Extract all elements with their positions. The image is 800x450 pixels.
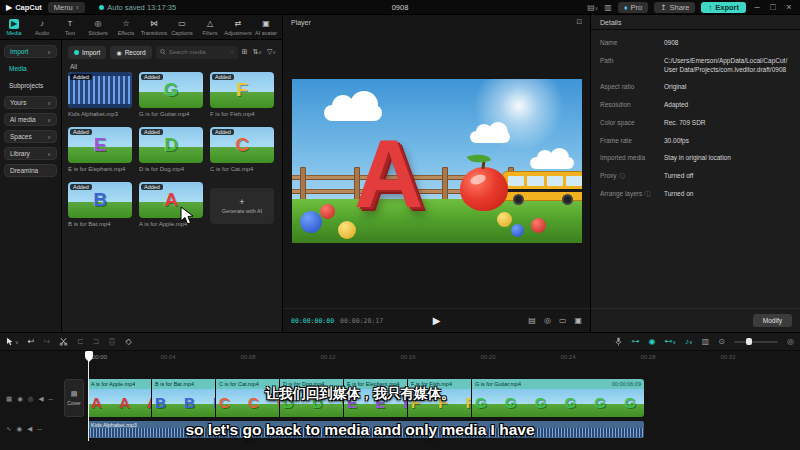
tab[interactable]: T Text	[56, 15, 84, 39]
media-thumbnail[interactable]: B Added	[68, 182, 132, 218]
timer-icon[interactable]: ⊙	[718, 337, 725, 346]
generate-with-ai-card[interactable]: + Generate with AI	[210, 188, 274, 224]
play-button[interactable]: ▶	[433, 315, 441, 326]
select-tool-button[interactable]: ∨	[6, 337, 19, 346]
timeline-zoom-slider[interactable]	[734, 341, 778, 343]
tab[interactable]: ▣ AI avatar	[252, 15, 280, 39]
modify-button[interactable]: Modify	[753, 314, 792, 327]
fullscreen-icon[interactable]: ▣	[574, 316, 582, 325]
ruler-label: 00:28	[640, 354, 655, 360]
delete-button[interactable]	[108, 337, 116, 346]
mic-icon	[615, 337, 622, 346]
tab[interactable]: ▶ Media	[0, 15, 28, 39]
split-button[interactable]	[59, 337, 68, 346]
timeline-ruler[interactable]: 00:0400:0800:1200:1600:2000:2400:2800:32	[0, 351, 800, 364]
ruler-zero-label: 00:00	[92, 354, 107, 360]
sidebar-item-label: Import	[10, 48, 28, 55]
focus-icon[interactable]: ◎	[544, 316, 551, 325]
details-label: Imported media	[600, 154, 664, 163]
grid-view-icon[interactable]: ⊞	[242, 48, 248, 56]
sidebar-item[interactable]: AI media ∨	[4, 113, 57, 126]
record-button[interactable]: ◉ Record	[110, 46, 151, 59]
player-options-icon[interactable]: ⊡	[576, 18, 582, 26]
scissors-icon	[59, 337, 68, 346]
ruler-label: 00:32	[720, 354, 735, 360]
sidebar-item-label: Library	[10, 150, 30, 157]
apple	[460, 167, 508, 211]
menu-button[interactable]: Menu ∨	[48, 2, 85, 13]
share-label: Share	[669, 3, 689, 12]
autosnap-toggle[interactable]: ◉	[648, 337, 655, 346]
search-by-image-icon[interactable]: ◌	[230, 49, 234, 55]
media-item[interactable]: Added Kids Alphabet.mp3	[68, 72, 132, 117]
tab[interactable]: ☆ Effects	[112, 15, 140, 39]
sidebar-item[interactable]: Spaces ∨	[4, 130, 57, 143]
sidebar-item[interactable]: Subprojects	[4, 79, 57, 92]
media-toolbar: Import ◉ Record Search media ◌ ⊞ ⇅∨ ▽∨	[62, 45, 282, 59]
redo-button[interactable]: ↪	[43, 337, 50, 346]
filter-all-label[interactable]: All	[70, 63, 77, 70]
sidebar-item[interactable]: Library ∨	[4, 147, 57, 160]
sidebar-item[interactable]: Dreamina	[4, 164, 57, 177]
maximize-button[interactable]: □	[768, 2, 778, 12]
zoom-slider-handle[interactable]	[746, 338, 752, 345]
search-input[interactable]: Search media ◌	[156, 46, 238, 59]
filter-icon[interactable]: ▽∨	[267, 48, 276, 56]
media-thumbnail[interactable]: D Added	[139, 127, 203, 163]
tab-icon: ⇄	[233, 19, 244, 29]
record-icon: ◉	[116, 49, 121, 56]
panels-layout-icon[interactable]: ▥	[604, 3, 612, 12]
tab[interactable]: ⋈ Transitions	[140, 15, 168, 39]
quality-icon[interactable]: ▤	[528, 316, 536, 325]
media-thumbnail[interactable]: F Added	[210, 72, 274, 108]
pro-button[interactable]: ♦ Pro	[618, 2, 648, 13]
audio-track-toggle[interactable]: ♪∨	[685, 337, 693, 346]
share-button[interactable]: ↥ Share	[654, 2, 695, 13]
ruler-label: 00:04	[160, 354, 175, 360]
magnet-toggle[interactable]: ⊶	[631, 337, 639, 346]
sidebar-item[interactable]: Yours ∨	[4, 96, 57, 109]
import-button[interactable]: Import	[68, 46, 106, 59]
media-thumbnail[interactable]: C Added	[210, 127, 274, 163]
details-label: Color space	[600, 119, 664, 128]
linking-toggle[interactable]: ⊷∨	[664, 337, 676, 346]
tab[interactable]: ⇄ Adjustment	[224, 15, 252, 39]
media-item[interactable]: E Added E is for Elephant.mp4	[68, 127, 132, 172]
keyframe-button[interactable]: ◇	[125, 337, 131, 346]
sort-icon[interactable]: ⇅∨	[252, 48, 262, 56]
tab[interactable]: △ Filters	[196, 15, 224, 39]
trim-right-button[interactable]: ⊐	[93, 337, 100, 346]
import-icon	[74, 50, 79, 55]
media-thumbnail[interactable]: E Added	[68, 127, 132, 163]
close-button[interactable]: ×	[784, 2, 794, 12]
media-item[interactable]: F Added F is for Fish.mp4	[210, 72, 274, 117]
minimize-button[interactable]: –	[752, 2, 762, 12]
tab[interactable]: ▭ Captions	[168, 15, 196, 39]
undo-button[interactable]: ↩	[28, 337, 35, 346]
tab-label: Media	[7, 30, 22, 36]
sidebar-item[interactable]: Media	[4, 62, 57, 75]
media-item[interactable]: B Added B is for Bat.mp4	[68, 182, 132, 227]
media-item-name: C is for Cat.mp4	[210, 166, 274, 172]
details-value: Adapted	[664, 101, 790, 110]
video-preview[interactable]: A	[292, 79, 582, 243]
capcut-logo-icon: ▶	[6, 3, 12, 12]
media-item[interactable]: C Added C is for Cat.mp4	[210, 127, 274, 172]
playhead-handle[interactable]	[85, 351, 93, 358]
preview-axis-icon[interactable]: ▥	[702, 337, 710, 346]
record-voiceover-button[interactable]	[615, 337, 622, 346]
media-thumbnail[interactable]: Added	[68, 72, 132, 108]
trim-left-button[interactable]: ⊏	[77, 337, 84, 346]
tab[interactable]: ♪ Audio	[28, 15, 56, 39]
player-title: Player	[291, 19, 311, 26]
sidebar-item[interactable]: Import ∨	[4, 45, 57, 58]
player-panel: Player ⊡ A	[283, 15, 591, 332]
media-thumbnail[interactable]: G Added	[139, 72, 203, 108]
zoom-fit-icon[interactable]: ◎	[787, 337, 794, 346]
tab[interactable]: ◎ Stickers	[84, 15, 112, 39]
layout-toggle-icon[interactable]: ▤∨	[587, 3, 598, 12]
ratio-icon[interactable]: ▭	[559, 316, 567, 325]
media-item[interactable]: D Added D is for Dog.mp4	[139, 127, 203, 172]
media-item[interactable]: G Added G is for Guitar.mp4	[139, 72, 203, 117]
export-button[interactable]: ↑ Export	[701, 2, 746, 13]
